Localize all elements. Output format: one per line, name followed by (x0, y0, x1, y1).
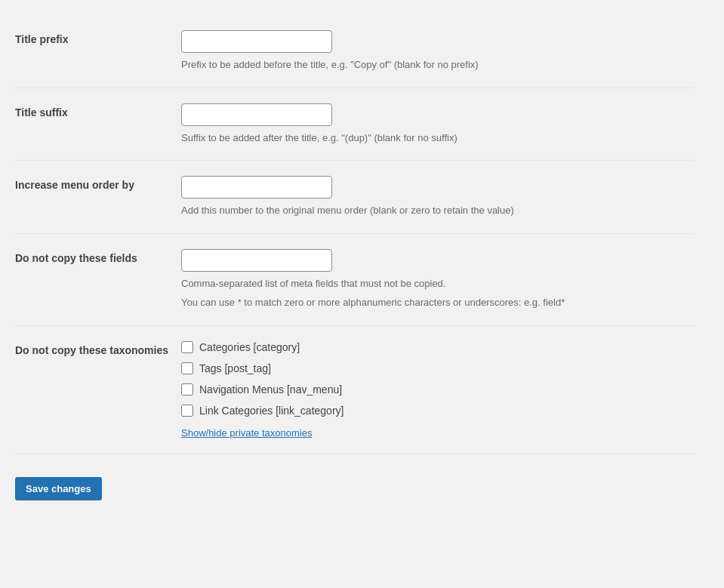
title-suffix-content: Suffix to be added after the title, e.g.… (181, 103, 695, 146)
title-prefix-label: Title prefix (15, 30, 181, 45)
checkbox-tags[interactable] (181, 362, 193, 374)
title-suffix-description: Suffix to be added after the title, e.g.… (181, 131, 695, 146)
do-not-copy-taxonomies-label: Do not copy these taxonomies (15, 341, 181, 356)
taxonomies-checkbox-group: Categories [category] Tags [post_tag] Na… (181, 341, 695, 417)
checkbox-categories[interactable] (181, 341, 193, 353)
do-not-copy-fields-row: Do not copy these fields Comma-separated… (15, 234, 695, 326)
footer-row: Save changes (15, 454, 695, 500)
checkbox-tags-label[interactable]: Tags [post_tag] (181, 362, 695, 374)
settings-form: Title prefix Prefix to be added before t… (15, 15, 695, 500)
do-not-copy-fields-label: Do not copy these fields (15, 249, 181, 264)
do-not-copy-fields-description-line2: You can use * to match zero or more alph… (181, 295, 695, 310)
do-not-copy-taxonomies-row: Do not copy these taxonomies Categories … (15, 326, 695, 454)
save-changes-button[interactable]: Save changes (15, 477, 102, 500)
show-hide-private-taxonomies-button[interactable]: Show/hide private taxonomies (181, 427, 312, 439)
checkbox-link-categories[interactable] (181, 405, 193, 417)
menu-order-label: Increase menu order by (15, 176, 181, 191)
checkbox-nav-menus[interactable] (181, 383, 193, 396)
checkbox-categories-text: Categories [category] (199, 341, 300, 353)
do-not-copy-fields-content: Comma-separated list of meta fields that… (181, 249, 695, 310)
title-suffix-label: Title suffix (15, 103, 181, 119)
menu-order-content: Add this number to the original menu ord… (181, 176, 695, 218)
checkbox-categories-label[interactable]: Categories [category] (181, 341, 695, 353)
title-prefix-input[interactable] (181, 30, 332, 53)
do-not-copy-fields-description-line1: Comma-separated list of meta fields that… (181, 276, 695, 291)
title-suffix-input[interactable] (181, 103, 332, 126)
menu-order-description: Add this number to the original menu ord… (181, 203, 695, 218)
title-prefix-description: Prefix to be added before the title, e.g… (181, 57, 695, 72)
title-suffix-row: Title suffix Suffix to be added after th… (15, 88, 695, 162)
menu-order-row: Increase menu order by Add this number t… (15, 161, 695, 234)
do-not-copy-taxonomies-content: Categories [category] Tags [post_tag] Na… (181, 341, 695, 439)
checkbox-link-categories-label[interactable]: Link Categories [link_category] (181, 405, 695, 417)
checkbox-nav-menus-text: Navigation Menus [nav_menu] (199, 383, 342, 396)
title-prefix-content: Prefix to be added before the title, e.g… (181, 30, 695, 72)
checkbox-link-categories-text: Link Categories [link_category] (199, 405, 344, 417)
checkbox-tags-text: Tags [post_tag] (199, 362, 271, 374)
checkbox-nav-menus-label[interactable]: Navigation Menus [nav_menu] (181, 383, 695, 396)
menu-order-input[interactable] (181, 176, 332, 199)
title-prefix-row: Title prefix Prefix to be added before t… (15, 15, 695, 88)
do-not-copy-fields-input[interactable] (181, 249, 332, 272)
